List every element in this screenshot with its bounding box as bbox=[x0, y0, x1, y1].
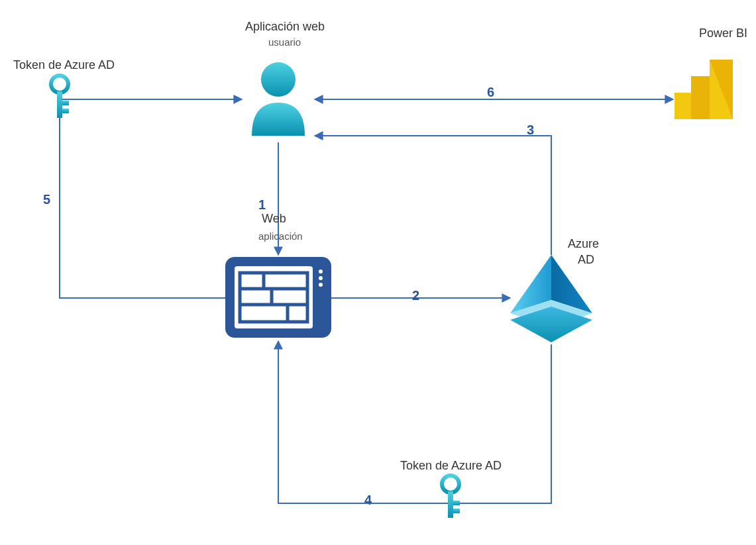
step-5: 5 bbox=[43, 192, 50, 207]
step-2: 2 bbox=[412, 288, 419, 303]
user-subtitle: usuario bbox=[268, 36, 301, 48]
svg-point-0 bbox=[261, 62, 296, 97]
power-bi-title: Power BI bbox=[699, 26, 747, 40]
svg-point-7 bbox=[319, 270, 323, 273]
svg-rect-21 bbox=[448, 491, 453, 518]
token-bottom-label: Token de Azure AD bbox=[400, 459, 502, 473]
step-4: 4 bbox=[364, 493, 372, 508]
svg-rect-22 bbox=[453, 501, 460, 505]
step-6: 6 bbox=[487, 85, 494, 100]
edge-5 bbox=[60, 99, 242, 298]
svg-rect-6 bbox=[235, 266, 313, 328]
user-icon bbox=[252, 62, 305, 136]
key-icon-left bbox=[51, 75, 69, 118]
step-1: 1 bbox=[258, 197, 266, 213]
azure-ad-title: Azure bbox=[568, 237, 599, 251]
svg-point-1 bbox=[51, 75, 68, 93]
web-subtitle: aplicación bbox=[258, 230, 303, 242]
svg-point-20 bbox=[442, 475, 459, 493]
token-left-label: Token de Azure AD bbox=[13, 58, 115, 72]
azure-ad-subtitle: AD bbox=[578, 253, 594, 267]
user-title: Aplicación web bbox=[245, 20, 325, 34]
web-title: Web bbox=[262, 212, 286, 226]
svg-point-9 bbox=[319, 283, 323, 287]
edge-4 bbox=[278, 341, 551, 503]
svg-point-8 bbox=[319, 276, 323, 280]
svg-rect-2 bbox=[57, 91, 62, 118]
svg-rect-3 bbox=[62, 101, 69, 105]
key-icon-bottom bbox=[442, 475, 460, 518]
azure-ad-icon bbox=[510, 255, 592, 342]
web-app-icon bbox=[225, 257, 331, 338]
svg-rect-23 bbox=[453, 509, 460, 513]
svg-rect-4 bbox=[62, 109, 69, 113]
edge-3 bbox=[315, 136, 551, 255]
power-bi-icon bbox=[675, 60, 733, 119]
diagram-canvas bbox=[0, 0, 756, 545]
step-3: 3 bbox=[527, 123, 534, 138]
